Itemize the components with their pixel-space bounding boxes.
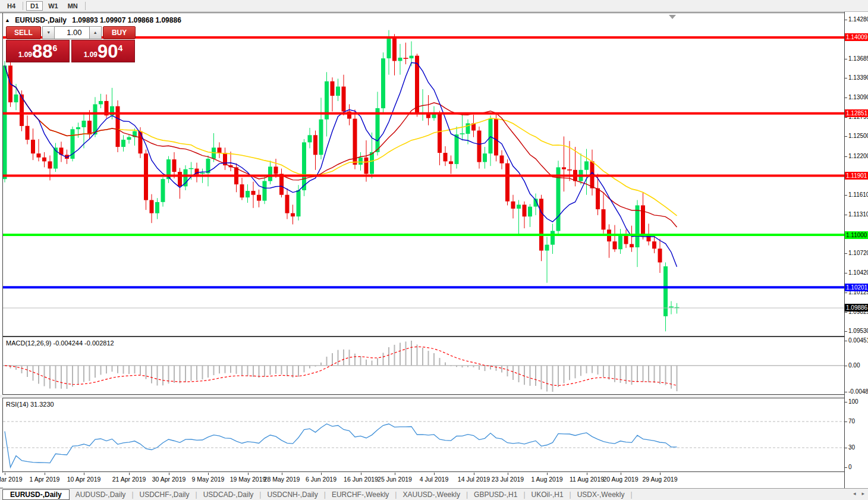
timeframe-button-MN[interactable]: MN	[64, 1, 82, 11]
chart-tab-gbpusd-h1[interactable]: GBPUSD-,H1	[468, 490, 523, 499]
candle	[523, 202, 527, 228]
macd-signal-line	[5, 347, 677, 385]
macd-tick-label: 0.004517	[848, 337, 868, 344]
macd-indicator-chart[interactable]	[3, 337, 844, 394]
candle	[257, 190, 261, 207]
candle	[26, 115, 30, 144]
date-tick-label: 25 Jun 2019	[378, 476, 412, 483]
candle	[630, 226, 634, 252]
timeframe-toolbar: H4D1W1MN	[0, 0, 868, 12]
candle	[353, 109, 357, 169]
macd-indicator-label: MACD(12,26,9) -0.004244 -0.002812	[6, 339, 114, 347]
ask-price-panel[interactable]: 1.09 90 4	[71, 40, 135, 62]
candle	[602, 193, 606, 233]
candle	[613, 225, 617, 252]
date-tick-mark	[361, 473, 361, 475]
price-level-badge: 1.10201	[845, 284, 868, 291]
candle	[539, 195, 543, 262]
candle	[494, 114, 498, 161]
chart-tab-xauusd-weekly[interactable]: XAUUSD-,Weekly	[397, 490, 466, 499]
candle	[76, 122, 80, 137]
date-tick-mark	[508, 473, 508, 475]
date-tick-label: 19 May 2019	[230, 476, 266, 483]
candle	[172, 152, 177, 178]
candle	[3, 61, 7, 183]
bid-price-big: 88	[32, 42, 52, 62]
candle	[54, 143, 58, 172]
price-tick-mark	[845, 136, 847, 137]
candle	[392, 34, 397, 76]
chart-tab-usdchf-daily[interactable]: USDCHF-,Daily	[134, 490, 196, 499]
timeframe-button-W1[interactable]: W1	[44, 1, 62, 11]
date-tick-mark	[45, 473, 45, 475]
candle	[246, 184, 250, 203]
volume-increase-button[interactable]: ▲	[89, 26, 102, 39]
bid-price-panel[interactable]: 1.09 88 6	[6, 40, 70, 62]
volume-input[interactable]: 1.00	[55, 26, 89, 39]
candle	[381, 52, 385, 114]
macd-tick-mark	[845, 341, 847, 341]
candle	[240, 178, 244, 200]
candle	[511, 195, 515, 219]
price-level-badge: 1.11901	[845, 172, 868, 180]
date-tick-label: 23 Jul 2019	[492, 476, 524, 483]
price-tick-mark	[845, 331, 847, 332]
date-axis[interactable]: 22 Mar 20191 Apr 201910 Apr 201921 Apr 2…	[3, 473, 844, 488]
candle	[110, 88, 114, 120]
date-tick-label: 29 Aug 2019	[643, 476, 678, 483]
date-tick-mark	[129, 473, 130, 475]
chart-tab-usdx-weekly[interactable]: USDX-,Weekly	[571, 490, 631, 499]
toolbar-separator	[23, 2, 23, 10]
rsi-tick-mark	[845, 422, 847, 422]
macd-tick-label: -0.004800	[848, 388, 868, 395]
date-tick-mark	[547, 473, 548, 475]
chart-tab-eurchf-weekly[interactable]: EURCHF-,Weekly	[326, 490, 395, 499]
candle	[218, 142, 222, 158]
chart-tab-usdcad-daily[interactable]: USDCAD-,Daily	[197, 490, 260, 499]
chart-tab-ukoil-h1[interactable]: UKOil-,H1	[526, 490, 570, 499]
buy-button[interactable]: BUY	[103, 26, 136, 39]
price-tick-mark	[845, 156, 847, 157]
candle	[116, 100, 120, 152]
date-tick-label: 30 Apr 2019	[152, 476, 186, 483]
sell-button[interactable]: SELL	[6, 26, 41, 39]
candle	[455, 127, 459, 169]
candle	[438, 111, 442, 165]
chart-ohlc-values: 1.09893 1.09907 1.09868 1.09886	[72, 16, 181, 24]
rsi-indicator-chart[interactable]	[3, 398, 844, 471]
candle	[404, 43, 408, 64]
date-tick-mark	[208, 473, 209, 475]
candle	[223, 147, 227, 169]
chart-tab-audusd-daily[interactable]: AUDUSD-,Daily	[70, 490, 132, 499]
rsi-tick-mark	[845, 448, 847, 448]
date-tick-label: 6 Jun 2019	[306, 476, 336, 483]
chart-tab-usdcnh-daily[interactable]: USDCNH-,Daily	[261, 490, 323, 499]
tab-divider: |	[631, 490, 633, 499]
tab-scroll-right-icon[interactable]: ▸	[861, 490, 864, 496]
date-tick-label: 9 May 2019	[192, 476, 225, 483]
collapse-panel-arrow-icon[interactable]: ▲	[5, 17, 10, 23]
tab-scroll-left-icon[interactable]: ◂	[853, 490, 856, 496]
date-tick-label: 4 Jul 2019	[420, 476, 448, 483]
bid-price-pip: 6	[53, 43, 58, 53]
timeframe-button-H4[interactable]: H4	[3, 1, 20, 11]
price-tick-label: 1.13685	[848, 55, 868, 62]
date-tick-mark	[660, 473, 661, 475]
price-tick-mark	[845, 78, 847, 78]
date-tick-mark	[169, 473, 169, 475]
date-tick-label: 1 Apr 2019	[30, 476, 60, 483]
timeframe-button-D1[interactable]: D1	[26, 1, 43, 11]
candle	[607, 224, 611, 257]
price-scale[interactable]: 1.142801.139851.136851.133901.130901.127…	[844, 12, 868, 488]
volume-decrease-button[interactable]: ▼	[42, 26, 55, 39]
candle	[251, 182, 256, 208]
chart-tab-eurusd-daily[interactable]: EURUSD-,Daily	[2, 489, 70, 500]
price-tick-mark	[845, 20, 847, 20]
candle	[505, 159, 510, 205]
chart-tab-bar: EURUSD-,DailyAUDUSD-,Daily|USDCHF-,Daily…	[0, 488, 868, 500]
price-tick-mark	[845, 98, 847, 98]
chart-shift-marker-icon[interactable]	[669, 15, 676, 19]
candle	[319, 98, 323, 159]
date-tick-label: 1 Aug 2019	[531, 476, 562, 483]
price-tick-mark	[845, 59, 847, 59]
